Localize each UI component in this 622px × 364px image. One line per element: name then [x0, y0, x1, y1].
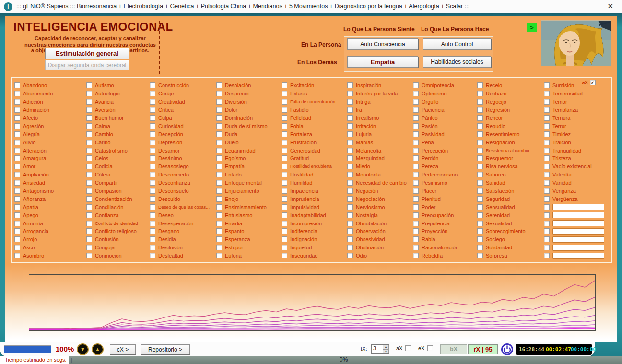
emotion-checkbox[interactable] [14, 99, 20, 105]
emotion-checkbox[interactable] [14, 107, 20, 113]
emotion-checkbox[interactable] [413, 245, 419, 250]
emotion-checkbox[interactable] [216, 228, 222, 234]
custom-emotion-checkbox[interactable] [544, 212, 550, 218]
emotion-checkbox[interactable] [413, 228, 419, 234]
emotion-checkbox[interactable] [477, 123, 483, 129]
go-button[interactable]: > [527, 23, 537, 32]
emotion-checkbox[interactable] [544, 82, 550, 88]
emotion-checkbox[interactable] [282, 188, 287, 194]
emotion-checkbox[interactable] [477, 140, 483, 145]
emotion-checkbox[interactable] [477, 196, 483, 202]
emotion-checkbox[interactable] [86, 155, 92, 161]
emotion-checkbox[interactable] [477, 155, 483, 161]
emotion-checkbox[interactable] [86, 188, 92, 194]
emotion-checkbox[interactable] [544, 131, 550, 137]
emotion-checkbox[interactable] [86, 91, 92, 96]
emotion-checkbox[interactable] [477, 148, 483, 153]
increase-button[interactable]: ▲ [92, 343, 104, 355]
emotion-checkbox[interactable] [477, 91, 483, 96]
emotion-checkbox[interactable] [413, 204, 419, 210]
emotion-checkbox[interactable] [347, 148, 353, 153]
emotion-checkbox[interactable] [347, 188, 353, 194]
emotion-checkbox[interactable] [413, 188, 419, 194]
emotion-checkbox[interactable] [150, 221, 155, 226]
emotion-checkbox[interactable] [477, 212, 483, 218]
estimulacion-general-button[interactable]: Estimulación general [45, 48, 129, 59]
emotion-checkbox[interactable] [282, 180, 287, 186]
emotion-checkbox[interactable] [14, 148, 20, 153]
emotion-checkbox[interactable] [216, 82, 222, 88]
emotion-checkbox[interactable] [282, 99, 287, 105]
custom-emotion-input[interactable] [552, 236, 604, 243]
emotion-checkbox[interactable] [544, 107, 550, 113]
emotion-checkbox[interactable] [347, 155, 353, 161]
emotion-checkbox[interactable] [216, 99, 222, 105]
emotion-checkbox[interactable] [477, 228, 483, 234]
emotion-checkbox[interactable] [86, 99, 92, 105]
ax-checkbox[interactable] [405, 345, 411, 351]
emotion-checkbox[interactable] [477, 253, 483, 258]
emotion-checkbox[interactable] [413, 107, 419, 113]
emotion-checkbox[interactable] [150, 140, 155, 145]
emotion-checkbox[interactable] [282, 82, 287, 88]
emotion-checkbox[interactable] [347, 212, 353, 218]
emotion-checkbox[interactable] [477, 236, 483, 242]
emotion-checkbox[interactable] [477, 245, 483, 250]
emotion-checkbox[interactable] [216, 123, 222, 129]
emotion-checkbox[interactable] [413, 99, 419, 105]
emotion-checkbox[interactable] [477, 188, 483, 194]
emotion-checkbox[interactable] [150, 228, 155, 234]
emotion-checkbox[interactable] [413, 172, 419, 177]
power-icon[interactable] [501, 343, 513, 355]
emotion-checkbox[interactable] [413, 236, 419, 242]
emotion-checkbox[interactable] [14, 164, 20, 169]
emotion-checkbox[interactable] [150, 115, 155, 121]
emotion-checkbox[interactable] [413, 253, 419, 258]
emotion-checkbox[interactable] [216, 91, 222, 96]
emotion-checkbox[interactable] [347, 115, 353, 121]
emotion-checkbox[interactable] [150, 188, 155, 194]
emotion-checkbox[interactable] [544, 188, 550, 194]
emotion-checkbox[interactable] [282, 115, 287, 121]
emotion-checkbox[interactable] [216, 172, 222, 177]
emotion-checkbox[interactable] [14, 204, 20, 210]
custom-emotion-checkbox[interactable] [544, 253, 550, 258]
emotion-checkbox[interactable] [347, 204, 353, 210]
emotion-checkbox[interactable] [282, 245, 287, 250]
emotion-checkbox[interactable] [544, 155, 550, 161]
emotion-checkbox[interactable] [150, 155, 155, 161]
emotion-checkbox[interactable] [150, 245, 155, 250]
emotion-checkbox[interactable] [216, 107, 222, 113]
emotion-checkbox[interactable] [86, 172, 92, 177]
emotion-checkbox[interactable] [477, 204, 483, 210]
emotion-checkbox[interactable] [544, 196, 550, 202]
custom-emotion-input[interactable] [552, 245, 604, 251]
emotion-checkbox[interactable] [86, 115, 92, 121]
emotion-checkbox[interactable] [216, 188, 222, 194]
emotion-checkbox[interactable] [86, 253, 92, 258]
custom-emotion-checkbox[interactable] [544, 228, 550, 234]
emotion-checkbox[interactable] [86, 82, 92, 88]
custom-emotion-checkbox[interactable] [544, 204, 550, 210]
emotion-checkbox[interactable] [14, 212, 20, 218]
emotion-checkbox[interactable] [347, 123, 353, 129]
emotion-checkbox[interactable] [86, 131, 92, 137]
emotion-checkbox[interactable] [150, 212, 155, 218]
emotion-checkbox[interactable] [477, 82, 483, 88]
emotion-checkbox[interactable] [477, 172, 483, 177]
habilidades-sociales-button[interactable]: Habilidades sociales [423, 56, 491, 68]
emotion-checkbox[interactable] [347, 99, 353, 105]
emotion-checkbox[interactable] [14, 196, 20, 202]
emotion-checkbox[interactable] [544, 148, 550, 153]
emotion-checkbox[interactable] [86, 107, 92, 113]
emotion-checkbox[interactable] [347, 164, 353, 169]
emotion-checkbox[interactable] [282, 148, 287, 153]
emotion-checkbox[interactable] [413, 164, 419, 169]
emotion-checkbox[interactable] [413, 212, 419, 218]
emotion-checkbox[interactable] [413, 140, 419, 145]
emotion-checkbox[interactable] [282, 228, 287, 234]
emotion-checkbox[interactable] [86, 236, 92, 242]
emotion-checkbox[interactable] [282, 164, 287, 169]
ex-checkbox[interactable] [427, 345, 433, 351]
custom-emotion-checkbox[interactable] [544, 236, 550, 242]
